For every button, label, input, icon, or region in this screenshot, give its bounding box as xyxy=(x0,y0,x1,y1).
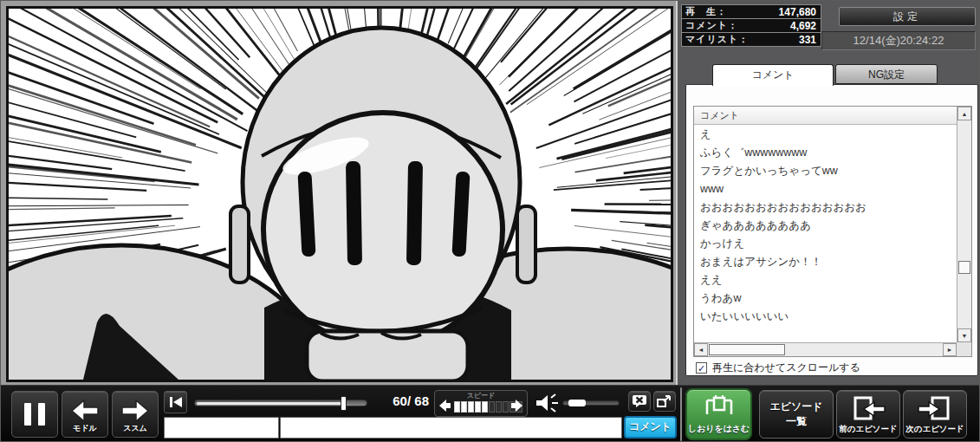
video-canvas[interactable] xyxy=(6,6,673,382)
prev-episode-icon xyxy=(850,396,886,422)
scroll-right-icon[interactable]: ► xyxy=(943,343,957,356)
back-button-label: モドル xyxy=(62,423,107,434)
comment-post-button[interactable]: コメント xyxy=(624,416,677,439)
back-button[interactable]: モドル xyxy=(62,391,108,438)
episode-list-label: エピソード 一覧 xyxy=(760,400,833,429)
speed-segment xyxy=(503,401,509,413)
volume-slider[interactable] xyxy=(562,400,620,406)
autoscroll-checkbox[interactable]: ✓ xyxy=(696,362,707,374)
comment-listbox: コメント えふらく゛wwwwwwwwフラグとかいっちゃってwwwwwおおおおおお… xyxy=(693,106,972,357)
speed-down-arrow-icon[interactable] xyxy=(438,398,451,413)
stat-label: 再 生： xyxy=(685,5,727,18)
horizontal-scrollbar-thumb[interactable] xyxy=(709,344,785,355)
stat-label: マイリスト： xyxy=(685,33,749,46)
horizontal-scrollbar[interactable]: ◄ ► xyxy=(694,342,957,356)
prev-episode-button[interactable]: 前のエピソード xyxy=(836,390,900,439)
comment-row[interactable]: おおおおおおおおおおおおおおお xyxy=(694,198,957,217)
stat-row: 再 生：147,680 xyxy=(681,4,821,19)
scroll-left-icon[interactable]: ◄ xyxy=(694,343,708,356)
speaker-icon[interactable] xyxy=(535,393,559,413)
comment-row[interactable]: うわあw xyxy=(694,289,957,308)
comment-list: えふらく゛wwwwwwwwフラグとかいっちゃってwwwwwおおおおおおおおおおお… xyxy=(694,126,957,342)
arrow-left-icon xyxy=(70,400,100,422)
scroll-down-icon[interactable]: ▼ xyxy=(957,328,971,342)
next-episode-label: 次のエピソード xyxy=(904,424,966,435)
datetime-display: 12/14(金)20:24:22 xyxy=(821,31,976,50)
speed-segment xyxy=(475,401,481,413)
forward-button[interactable]: ススム xyxy=(112,391,159,438)
stat-value: 147,680 xyxy=(779,6,816,18)
settings-button[interactable]: 設定 xyxy=(839,7,976,26)
comment-row[interactable]: ええ xyxy=(694,271,957,289)
seek-bar[interactable] xyxy=(194,400,367,406)
stats-box: 再 生：147,680コメント：4,692マイリスト：331 xyxy=(681,4,821,47)
autoscroll-label: 再生に合わせてスクロールする xyxy=(712,361,860,375)
forward-button-label: ススム xyxy=(113,423,158,434)
comment-text-input[interactable] xyxy=(280,417,622,439)
control-bar-divider xyxy=(680,387,682,441)
vertical-scrollbar-thumb[interactable] xyxy=(958,261,970,274)
bookmark-button[interactable]: しおりをはさむ xyxy=(685,388,752,440)
comment-row[interactable]: え xyxy=(694,126,957,144)
comment-row[interactable]: かっけえ xyxy=(694,235,957,253)
comment-row[interactable]: フラグとかいっちゃってww xyxy=(694,162,957,180)
expand-icon xyxy=(657,394,672,408)
resize-window-button[interactable] xyxy=(653,391,676,412)
volume-control xyxy=(535,391,623,415)
tab-ng-settings[interactable]: NG設定 xyxy=(835,64,938,84)
comment-row[interactable]: www xyxy=(694,180,957,198)
stat-value: 331 xyxy=(799,34,816,46)
comment-list-header[interactable]: コメント xyxy=(694,107,957,125)
speed-segment xyxy=(461,401,467,413)
manga-panel-illustration xyxy=(9,9,671,380)
page-indicator: 60/ 68 xyxy=(373,393,429,408)
speed-segment xyxy=(496,401,502,413)
stat-row: コメント：4,692 xyxy=(681,18,821,33)
comment-row[interactable]: いたいいいいいい xyxy=(694,308,957,326)
stat-row: マイリスト：331 xyxy=(681,32,821,47)
pause-button[interactable] xyxy=(11,391,58,438)
vertical-scrollbar[interactable]: ▲ ▼ xyxy=(957,107,971,342)
speed-segment xyxy=(454,401,460,413)
comment-panel: コメント えふらく゛wwwwwwwwフラグとかいっちゃってwwwwwおおおおおお… xyxy=(685,84,978,376)
speed-control: スピード xyxy=(434,390,528,417)
arrow-right-icon xyxy=(120,400,150,422)
control-bar: モドル ススム 60/ 68 スピード xyxy=(1,385,980,442)
side-panel: 再 生：147,680コメント：4,692マイリスト：331 設定 12/14(… xyxy=(676,1,980,385)
comment-row[interactable]: ぎゃああああああああ xyxy=(694,217,957,235)
stat-value: 4,692 xyxy=(790,20,816,32)
comment-row[interactable]: おまえはアサシンか！！ xyxy=(694,253,957,271)
hide-comments-button[interactable] xyxy=(628,391,651,412)
next-episode-icon xyxy=(917,396,953,422)
autoscroll-option: ✓ 再生に合わせてスクロールする xyxy=(696,361,860,375)
speed-segment xyxy=(482,401,488,413)
tab-comment[interactable]: コメント xyxy=(712,64,834,86)
speed-segment xyxy=(489,401,495,413)
rewind-to-start-button[interactable] xyxy=(164,391,187,413)
seek-bar-fill xyxy=(197,402,344,405)
bookmark-button-label: しおりをはさむ xyxy=(687,423,750,435)
episode-list-button[interactable]: エピソード 一覧 xyxy=(759,390,834,439)
player-window: 再 生：147,680コメント：4,692マイリスト：331 設定 12/14(… xyxy=(0,0,980,442)
skip-to-start-icon xyxy=(170,397,182,407)
comment-row[interactable]: ふらく゛wwwwwwww xyxy=(694,144,957,162)
comment-command-input[interactable] xyxy=(164,417,279,439)
pause-icon xyxy=(24,403,45,426)
speed-up-arrow-icon[interactable] xyxy=(510,398,524,413)
speed-segment xyxy=(468,401,474,413)
stat-label: コメント： xyxy=(685,19,738,32)
seek-bar-thumb[interactable] xyxy=(341,396,347,411)
scrollbar-corner xyxy=(957,342,971,356)
prev-episode-label: 前のエピソード xyxy=(837,424,899,435)
volume-slider-thumb[interactable] xyxy=(568,400,586,406)
comment-bubble-x-icon xyxy=(632,394,647,408)
scroll-up-icon[interactable]: ▲ xyxy=(957,107,971,120)
next-episode-button[interactable]: 次のエピソード xyxy=(903,390,967,439)
bookmark-icon xyxy=(704,395,734,418)
